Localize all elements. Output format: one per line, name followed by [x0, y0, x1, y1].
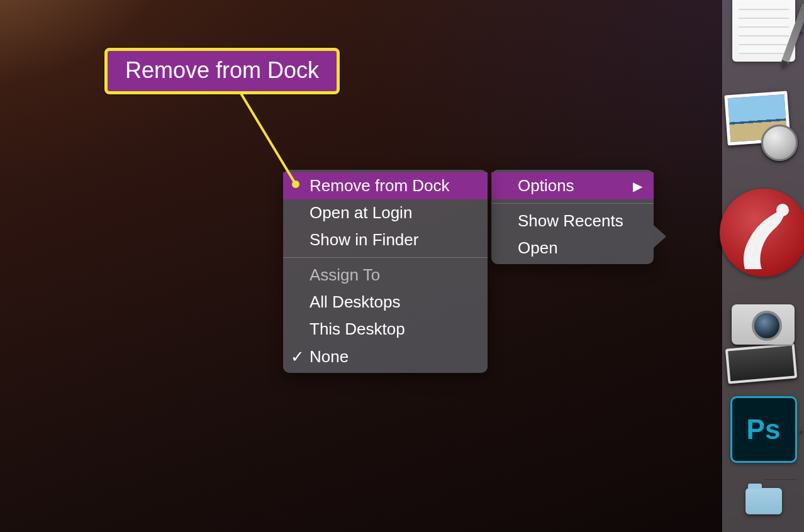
menu-item-show-in-finder[interactable]: Show in Finder: [283, 226, 488, 253]
menu-pointer-icon: [654, 225, 666, 248]
menu-item-label: All Desktops: [310, 292, 401, 311]
recent-folder-icon[interactable]: [745, 488, 782, 514]
menu-item-label: None: [310, 347, 349, 366]
preview-icon[interactable]: [726, 93, 801, 162]
menu-item-none[interactable]: None: [283, 343, 488, 370]
dock: Ps: [722, 0, 804, 532]
image-capture-icon[interactable]: [723, 302, 805, 384]
menu-item-open-at-login[interactable]: Open at Login: [283, 199, 488, 226]
dock-separator: [764, 479, 798, 480]
options-submenu: Remove from Dock Open at Login Show in F…: [283, 170, 488, 373]
menu-item-label: Show Recents: [518, 211, 623, 230]
photoshop-label: Ps: [747, 414, 781, 445]
menu-item-label: Assign To: [310, 265, 380, 284]
submenu-arrow-icon: ▶: [633, 177, 642, 194]
menu-item-label: Remove from Dock: [310, 176, 450, 195]
menu-separator: [491, 203, 654, 204]
photoshop-icon[interactable]: Ps: [730, 396, 797, 463]
menu-item-label: Show in Finder: [310, 230, 418, 249]
menu-item-all-desktops[interactable]: All Desktops: [283, 289, 488, 316]
menu-heading-assign-to: Assign To: [283, 262, 488, 289]
textedit-icon[interactable]: [732, 0, 795, 62]
menu-item-label: This Desktop: [310, 319, 405, 338]
svg-point-0: [776, 204, 789, 216]
annotation-callout: Remove from Dock: [104, 48, 340, 94]
menu-item-label: Open at Login: [310, 203, 412, 222]
menu-item-options[interactable]: Options ▶: [491, 172, 654, 199]
menu-item-label: Open: [518, 238, 558, 257]
menu-item-label: Options: [518, 176, 574, 195]
menu-item-show-recents[interactable]: Show Recents: [491, 208, 654, 235]
dock-context-menu: Options ▶ Show Recents Open: [491, 170, 654, 264]
callout-label: Remove from Dock: [125, 57, 319, 83]
bear-icon[interactable]: [720, 189, 805, 277]
menu-item-open[interactable]: Open: [491, 235, 654, 262]
menu-separator: [283, 257, 488, 258]
menu-item-this-desktop[interactable]: This Desktop: [283, 316, 488, 343]
menu-item-remove-from-dock[interactable]: Remove from Dock: [283, 172, 488, 199]
